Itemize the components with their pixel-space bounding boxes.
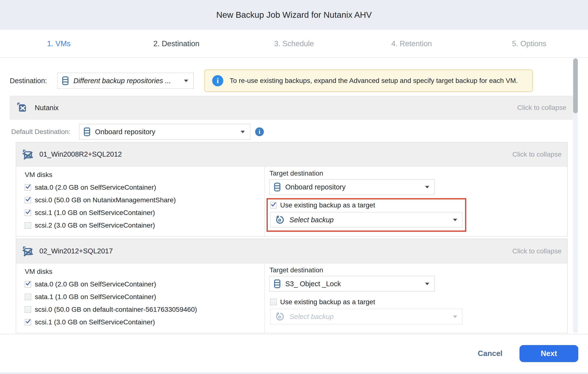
disk-checkbox[interactable]	[25, 294, 31, 300]
target-destination-dropdown[interactable]: S3_ Object _Lock	[270, 276, 435, 292]
select-backup-dropdown[interactable]: Select backup	[270, 212, 463, 228]
default-destination-row: Default Destination: Onboard repository …	[11, 124, 573, 140]
disk-label: sata.0 (2.0 GB on SelfServiceContainer)	[35, 280, 156, 288]
vm-disks-column: VM disks sata.0 (2.0 GB on SelfServiceCo…	[16, 166, 265, 236]
disk-row[interactable]: scsi.2 (3.0 GB on SelfServiceContainer)	[25, 221, 264, 229]
use-existing-checkbox[interactable]	[270, 299, 276, 305]
disk-row[interactable]: sata.1 (1.0 GB on SelfServiceContainer)	[25, 293, 264, 301]
chevron-down-icon	[425, 186, 430, 189]
page-title: New Backup Job Wizard for Nutanix AHV	[216, 10, 372, 20]
vertical-scrollbar[interactable]	[573, 58, 578, 333]
info-icon[interactable]: i	[255, 127, 264, 136]
chevron-down-icon	[240, 130, 245, 133]
collapse-hint[interactable]: Click to collapse	[513, 247, 562, 255]
destination-mode-value: Different backup repositories ...	[74, 77, 179, 85]
select-backup-value: Select backup	[289, 216, 448, 224]
use-existing-backup-highlight: Use existing backup as a target Select b…	[267, 198, 466, 232]
disk-checkbox[interactable]	[25, 210, 31, 216]
restore-icon	[274, 311, 285, 322]
disk-checkbox[interactable]	[25, 222, 31, 229]
chevron-down-icon	[453, 315, 458, 318]
info-icon: i	[212, 75, 223, 86]
select-backup-value: Select backup	[289, 313, 448, 321]
select-backup-dropdown: Select backup	[270, 309, 463, 324]
disk-checkbox[interactable]	[25, 319, 31, 325]
disk-checkbox[interactable]	[25, 184, 31, 191]
use-existing-backup-row[interactable]: Use existing backup as a target	[270, 201, 463, 209]
destination-row: Destination: Different backup repositori…	[10, 70, 588, 92]
disk-label: sata.1 (1.0 GB on SelfServiceContainer)	[35, 293, 156, 301]
target-destination-value: Onboard repository	[285, 183, 420, 191]
nutanix-cluster-group: Nutanix Click to collapse Default Destin…	[10, 96, 573, 334]
wizard-content: Destination: Different backup repositori…	[0, 58, 588, 334]
info-banner-text: To re-use existing backups, expand the A…	[230, 77, 518, 85]
use-existing-label: Use existing backup as a target	[280, 298, 375, 306]
vm-panel-01: 01_Win2008R2+SQL2012 Click to collapse V…	[16, 142, 567, 236]
default-destination-value: Onboard repository	[95, 128, 236, 136]
disk-label: scsi.2 (3.0 GB on SelfServiceContainer)	[35, 221, 155, 229]
disk-label: scsi.1 (1.0 GB on SelfServiceContainer)	[35, 209, 155, 217]
disk-row[interactable]: scsi.1 (1.0 GB on SelfServiceContainer)	[25, 209, 264, 217]
collapse-hint[interactable]: Click to collapse	[517, 104, 566, 112]
default-destination-dropdown[interactable]: Onboard repository	[79, 124, 250, 140]
vm-header[interactable]: 01_Win2008R2+SQL2012 Click to collapse	[16, 142, 567, 166]
disk-row[interactable]: scsi.1 (3.0 GB on SelfServiceContainer)	[25, 318, 264, 326]
target-destination-dropdown[interactable]: Onboard repository	[270, 179, 435, 195]
vm-target-column: Target destination S3_ Object _Lock	[265, 263, 567, 333]
destination-label: Destination:	[10, 77, 47, 85]
disk-checkbox[interactable]	[25, 281, 31, 287]
wizard-titlebar: New Backup Job Wizard for Nutanix AHV	[0, 0, 588, 30]
use-existing-backup-row[interactable]: Use existing backup as a target	[270, 298, 463, 306]
default-destination-label: Default Destination:	[11, 128, 75, 136]
use-existing-backup-section: Use existing backup as a target Select b…	[267, 295, 466, 329]
disk-row[interactable]: sata.0 (2.0 GB on SelfServiceContainer)	[25, 184, 264, 191]
wizard-footer: Cancel Next	[0, 334, 588, 373]
disk-label: scsi.1 (3.0 GB on SelfServiceContainer)	[35, 318, 155, 326]
step-vms[interactable]: 1. VMs	[0, 30, 118, 58]
disk-label: scsi.0 (50.0 GB on default-container-561…	[35, 306, 197, 313]
scrollbar-thumb[interactable]	[573, 58, 578, 113]
step-destination[interactable]: 2. Destination	[118, 30, 235, 58]
restore-icon	[274, 214, 285, 225]
vm-name: 02_Win2012+SQL2017	[39, 247, 113, 255]
step-schedule[interactable]: 3. Schedule	[235, 30, 353, 58]
wizard-steps: 1. VMs 2. Destination 3. Schedule 4. Ret…	[0, 30, 588, 58]
cancel-button[interactable]: Cancel	[478, 349, 503, 358]
repository-icon	[62, 76, 69, 85]
chevron-down-icon	[425, 282, 430, 286]
disk-checkbox[interactable]	[25, 197, 31, 203]
use-existing-label: Use existing backup as a target	[280, 201, 375, 209]
chevron-down-icon	[453, 218, 458, 221]
vm-disks-column: VM disks sata.0 (2.0 GB on SelfServiceCo…	[16, 263, 265, 333]
vm-target-column: Target destination Onboard repository	[265, 166, 567, 236]
target-destination-title: Target destination	[270, 169, 561, 177]
vm-disks-title: VM disks	[25, 268, 264, 275]
nutanix-cluster-icon	[16, 102, 28, 114]
vm-icon	[22, 245, 33, 257]
use-existing-checkbox[interactable]	[270, 202, 276, 209]
target-destination-value: S3_ Object _Lock	[285, 280, 420, 288]
step-retention[interactable]: 4. Retention	[353, 30, 470, 58]
disk-row[interactable]: scsi.0 (50.0 GB on default-container-561…	[25, 306, 264, 313]
disk-row[interactable]: scsi.0 (50.0 GB on NutanixManagementShar…	[25, 196, 264, 204]
chevron-down-icon	[184, 79, 189, 82]
vm-header[interactable]: 02_Win2012+SQL2017 Click to collapse	[16, 239, 567, 263]
step-options[interactable]: 5. Options	[470, 30, 588, 58]
vm-icon	[22, 149, 33, 160]
nutanix-cluster-title: Nutanix	[35, 104, 59, 112]
disk-label: sata.0 (2.0 GB on SelfServiceContainer)	[35, 184, 156, 191]
collapse-hint[interactable]: Click to collapse	[513, 151, 562, 158]
disk-checkbox[interactable]	[25, 306, 31, 313]
vm-disks-title: VM disks	[25, 171, 264, 179]
nutanix-cluster-header[interactable]: Nutanix Click to collapse	[10, 96, 573, 120]
destination-mode-dropdown[interactable]: Different backup repositories ...	[58, 73, 194, 89]
target-destination-title: Target destination	[270, 266, 561, 274]
repository-icon	[273, 182, 281, 192]
vm-panel-02: 02_Win2012+SQL2017 Click to collapse VM …	[16, 239, 567, 333]
repository-icon	[273, 279, 281, 288]
next-button[interactable]: Next	[519, 345, 578, 362]
repository-icon	[83, 127, 91, 136]
info-banner: i To re-use existing backups, expand the…	[204, 70, 533, 92]
disk-row[interactable]: sata.0 (2.0 GB on SelfServiceContainer)	[25, 280, 264, 288]
disk-label: scsi.0 (50.0 GB on NutanixManagementShar…	[35, 196, 176, 204]
